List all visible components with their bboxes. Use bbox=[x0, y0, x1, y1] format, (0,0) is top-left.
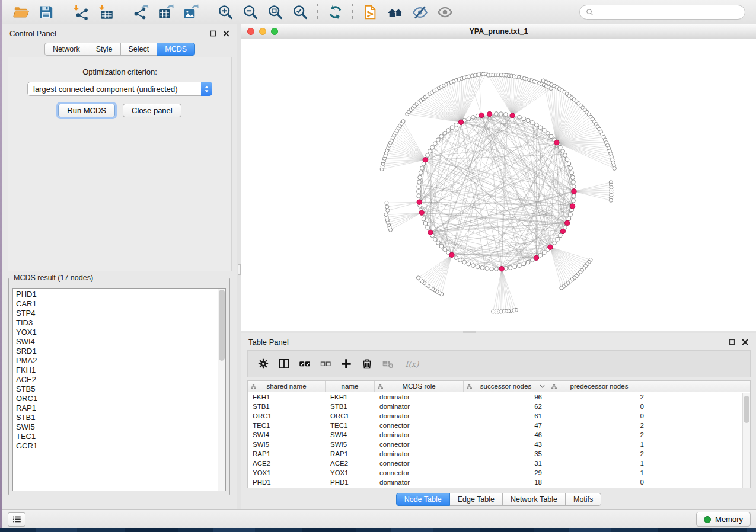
scrollbar-thumb[interactable] bbox=[219, 290, 225, 361]
mcds-result-item[interactable]: GCR1 bbox=[13, 441, 217, 451]
tab-network[interactable]: Network bbox=[44, 43, 88, 56]
splitter-grip[interactable] bbox=[238, 264, 241, 275]
mcds-result-item[interactable]: PHD1 bbox=[13, 290, 217, 299]
table-panel-close-button[interactable] bbox=[741, 338, 749, 346]
network-graph[interactable] bbox=[241, 39, 756, 331]
cell-successor-nodes: 47 bbox=[464, 422, 548, 429]
close-icon bbox=[742, 339, 748, 345]
mcds-list-scrollbar[interactable] bbox=[218, 289, 225, 491]
memory-button[interactable]: Memory bbox=[696, 512, 751, 527]
mcds-result-item[interactable]: SWI4 bbox=[13, 337, 217, 347]
mcds-result-item[interactable]: TEC1 bbox=[13, 432, 217, 441]
zoom-in-button[interactable] bbox=[213, 1, 238, 23]
mcds-result-item[interactable]: ACE2 bbox=[13, 375, 217, 384]
optimization-criterion-select[interactable]: largest connected component (undirected) bbox=[27, 82, 212, 96]
table-row[interactable]: YOX1YOX1connector291 bbox=[248, 468, 750, 477]
mcds-result-item[interactable]: YOX1 bbox=[13, 328, 217, 337]
tab-select[interactable]: Select bbox=[120, 43, 158, 56]
save-button[interactable] bbox=[33, 1, 58, 23]
cell-predecessor-nodes: 1 bbox=[548, 460, 650, 467]
table-row[interactable]: TEC1TEC1connector472 bbox=[248, 421, 750, 430]
mcds-result-item[interactable]: TID3 bbox=[13, 318, 217, 328]
columns-button[interactable] bbox=[277, 357, 291, 371]
cell-shared-name: SWI5 bbox=[248, 441, 326, 448]
run-mcds-button[interactable]: Run MCDS bbox=[58, 104, 115, 117]
table-row[interactable]: STB1STB1dominator620 bbox=[248, 402, 750, 411]
mcds-result-title: MCDS result (17 nodes) bbox=[12, 274, 95, 282]
mcds-result-item[interactable]: STB5 bbox=[13, 384, 217, 394]
network-document-button[interactable] bbox=[358, 1, 382, 23]
gear-button[interactable] bbox=[257, 357, 270, 371]
tab-style[interactable]: Style bbox=[88, 43, 121, 56]
mcds-result-item[interactable]: SRD1 bbox=[13, 347, 217, 356]
cell-name: ACE2 bbox=[326, 460, 375, 467]
control-panel-header: Control Panel bbox=[2, 24, 237, 42]
task-history-button[interactable] bbox=[8, 512, 25, 527]
table-row[interactable]: RAP1RAP1dominator352 bbox=[248, 449, 750, 459]
window-minimize-button[interactable] bbox=[259, 28, 266, 35]
tab-node-table[interactable]: Node Table bbox=[396, 493, 450, 506]
cell-successor-nodes: 31 bbox=[464, 460, 548, 467]
mcds-result-item[interactable]: RAP1 bbox=[13, 403, 217, 413]
table-row[interactable]: SWI5SWI5connector431 bbox=[248, 440, 750, 449]
cell-shared-name: YOX1 bbox=[248, 469, 326, 476]
deselect-all-checks-button[interactable] bbox=[319, 357, 332, 371]
table-row[interactable]: SWI4SWI4dominator462 bbox=[248, 430, 750, 440]
cell-successor-nodes: 96 bbox=[464, 393, 548, 400]
zoom-out-button[interactable] bbox=[238, 1, 263, 23]
show-all-button[interactable] bbox=[432, 1, 457, 23]
table-panel-float-button[interactable] bbox=[728, 338, 736, 346]
zoom-selected-button[interactable] bbox=[288, 1, 312, 23]
mcds-result-item[interactable]: CAR1 bbox=[13, 299, 217, 309]
hide-selected-button[interactable] bbox=[407, 1, 432, 23]
mcds-result-item[interactable]: STP4 bbox=[13, 309, 217, 318]
table-row[interactable]: FKH1FKH1dominator962 bbox=[248, 392, 750, 402]
refresh-button[interactable] bbox=[323, 1, 347, 23]
open-file-button[interactable] bbox=[8, 1, 33, 23]
close-panel-button[interactable]: Close panel bbox=[123, 104, 181, 117]
trash-button[interactable] bbox=[361, 357, 374, 371]
import-table-button[interactable] bbox=[93, 1, 118, 23]
search-input[interactable] bbox=[597, 7, 739, 17]
mcds-result-item[interactable]: STB1 bbox=[13, 413, 217, 422]
mcds-result-item[interactable]: ORC1 bbox=[13, 394, 217, 403]
control-panel-float-button[interactable] bbox=[209, 30, 217, 37]
mcds-result-item[interactable]: PMA2 bbox=[13, 356, 217, 366]
mcds-result-item[interactable]: SWI5 bbox=[13, 422, 217, 432]
column-header-MCDS-role[interactable]: MCDS role bbox=[375, 381, 464, 392]
tab-mcds[interactable]: MCDS bbox=[157, 43, 195, 56]
cell-shared-name: TEC1 bbox=[248, 422, 326, 429]
search-box[interactable] bbox=[579, 5, 745, 20]
table-scrollbar[interactable] bbox=[742, 393, 750, 488]
control-panel: Control Panel NetworkStyleSelectMCDS Opt… bbox=[2, 24, 237, 509]
mcds-result-list: PHD1CAR1STP4TID3YOX1SWI4SRD1PMA2FKH1ACE2… bbox=[13, 290, 217, 451]
export-table-button[interactable] bbox=[153, 1, 178, 23]
scrollbar-thumb[interactable] bbox=[744, 396, 749, 423]
table-row[interactable]: ORC1ORC1dominator610 bbox=[248, 411, 750, 421]
column-header-shared-name[interactable]: shared name bbox=[248, 381, 326, 392]
tab-motifs[interactable]: Motifs bbox=[565, 493, 601, 506]
export-network-button[interactable] bbox=[128, 1, 153, 23]
window-maximize-button[interactable] bbox=[271, 28, 278, 35]
column-header-name[interactable]: name bbox=[326, 381, 375, 392]
column-header-successor-nodes[interactable]: successor nodes bbox=[464, 381, 548, 392]
network-canvas[interactable] bbox=[241, 39, 756, 331]
table-row[interactable]: PHD1PHD1dominator180 bbox=[248, 477, 750, 487]
control-panel-close-button[interactable] bbox=[222, 30, 230, 37]
tab-network-table[interactable]: Network Table bbox=[502, 493, 566, 506]
mcds-result-item[interactable]: FKH1 bbox=[13, 366, 217, 375]
select-all-checks-button[interactable] bbox=[298, 357, 311, 371]
column-header-predecessor-nodes[interactable]: predecessor nodes bbox=[548, 381, 650, 392]
tab-edge-table[interactable]: Edge Table bbox=[449, 493, 503, 506]
vertical-splitter[interactable] bbox=[237, 24, 241, 509]
export-image-button[interactable] bbox=[178, 1, 203, 23]
zoom-fit-button[interactable] bbox=[263, 1, 288, 23]
cell-name: PHD1 bbox=[326, 479, 375, 486]
import-network-button[interactable] bbox=[68, 1, 93, 23]
import-network-icon bbox=[73, 4, 89, 20]
window-close-button[interactable] bbox=[247, 28, 254, 35]
delete-table-icon bbox=[381, 358, 394, 370]
table-row[interactable]: ACE2ACE2connector311 bbox=[248, 459, 750, 468]
add-button[interactable] bbox=[340, 357, 353, 371]
first-neighbors-button[interactable] bbox=[382, 1, 407, 23]
